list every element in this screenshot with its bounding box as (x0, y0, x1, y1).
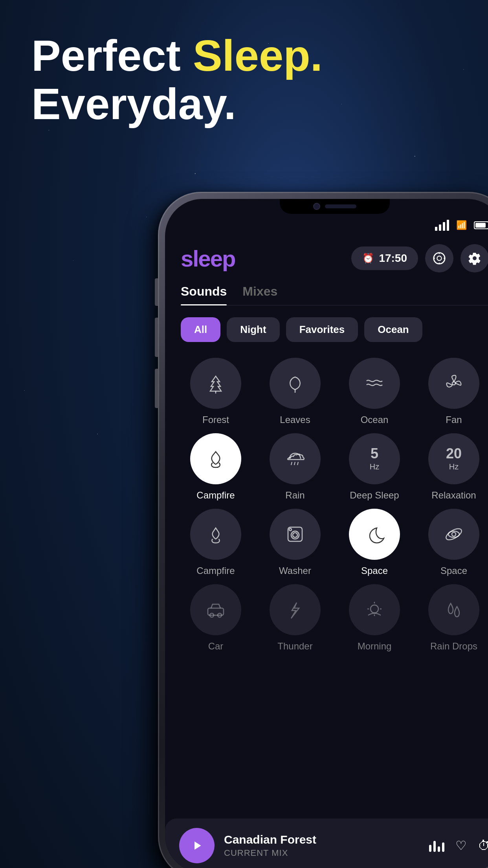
sound-relaxation[interactable]: 20 Hz Relaxation (419, 433, 488, 501)
sound-deep-sleep-label: Deep Sleep (350, 490, 399, 501)
timer-pill[interactable]: ⏰ 17:50 (351, 246, 418, 270)
sound-rain-label: Rain (285, 490, 305, 501)
play-icon (190, 839, 204, 853)
sound-deep-sleep[interactable]: 5 Hz Deep Sleep (339, 433, 409, 501)
svg-line-7 (297, 462, 298, 465)
signal-bar-4 (447, 220, 449, 231)
status-bar: 📶 (181, 217, 488, 234)
alarm-icon: ⏰ (362, 253, 374, 264)
sound-rain-circle (270, 433, 321, 484)
sound-ocean-circle (349, 358, 400, 409)
sound-campfire-active-label: Campfire (196, 490, 235, 501)
filter-ocean[interactable]: Ocean (364, 317, 422, 342)
sound-campfire2[interactable]: Campfire (181, 509, 251, 576)
app-content: sleep ⏰ 17:50 (165, 236, 488, 868)
sound-car[interactable]: Car (181, 584, 251, 652)
sound-night-label: Space (361, 565, 388, 576)
notch-camera (313, 203, 320, 210)
sound-washer-circle (270, 509, 321, 560)
equalizer-icon[interactable] (429, 839, 444, 852)
svg-line-6 (294, 462, 295, 465)
sound-washer[interactable]: Washer (260, 509, 330, 576)
svg-point-14 (452, 532, 456, 536)
sound-grid-row4-peek: Car Thunder (181, 584, 488, 652)
sound-campfire2-label: Campfire (196, 565, 235, 576)
sound-night-active[interactable]: Space (339, 509, 409, 576)
play-button[interactable] (179, 828, 215, 863)
sound-car-label: Car (208, 641, 224, 652)
sound-grid-row1: Forest Leaves (181, 358, 488, 425)
sound-rain[interactable]: Rain (260, 433, 330, 501)
sound-leaves-label: Leaves (280, 414, 310, 425)
tab-bar: Sounds Mixes (181, 284, 488, 305)
signal-bar-1 (435, 227, 437, 231)
sound-grid-row3: Campfire Washer (181, 509, 488, 576)
sound-space[interactable]: Space (419, 509, 488, 576)
sound-washer-label: Washer (279, 565, 311, 576)
sound-morning-circle (349, 584, 400, 635)
sound-forest-label: Forest (202, 414, 229, 425)
headline-line2: Everyday. (31, 79, 236, 129)
filter-all[interactable]: All (181, 317, 220, 342)
sound-thunder-circle (270, 584, 321, 635)
filter-favorites[interactable]: Favorites (286, 317, 358, 342)
side-button-mute (155, 278, 158, 306)
signal-bar-2 (439, 224, 441, 231)
sound-forest[interactable]: Forest (181, 358, 251, 425)
sound-fan[interactable]: Fan (419, 358, 488, 425)
battery-fill (475, 223, 486, 228)
tab-mixes[interactable]: Mixes (242, 284, 277, 305)
svg-point-18 (371, 605, 378, 613)
headline-yellow: Sleep. (193, 31, 323, 80)
app-logo: sleep (181, 245, 235, 272)
sound-morning-label: Morning (358, 641, 392, 652)
wifi-icon: 📶 (456, 220, 467, 230)
headline-text: Perfect Sleep. Everyday. (31, 31, 323, 128)
sound-raindrops[interactable]: Rain Drops (419, 584, 488, 652)
phone-screen: 📶 sleep ⏰ 17:50 (165, 199, 488, 868)
heart-icon[interactable]: ♡ (455, 838, 467, 853)
eq-bar-4 (442, 842, 444, 852)
cast-button[interactable] (425, 244, 453, 272)
sound-leaves[interactable]: Leaves (260, 358, 330, 425)
phone-frame: 📶 sleep ⏰ 17:50 (158, 192, 488, 868)
notch-speaker (325, 204, 356, 208)
sound-leaves-circle (270, 358, 321, 409)
now-playing-bar[interactable]: Canadian Forest CURRENT MIX ♡ ⏱ (165, 818, 488, 868)
header-controls: ⏰ 17:50 (351, 244, 488, 272)
signal-bar-3 (443, 222, 445, 231)
side-button-vol-up (155, 318, 158, 357)
sound-car-circle (190, 584, 241, 635)
timer-icon[interactable]: ⏱ (478, 839, 488, 853)
sound-campfire-circle-active (190, 433, 241, 484)
sound-ocean-label: Ocean (361, 414, 389, 425)
eq-bar-2 (433, 841, 436, 852)
sound-grid-row2: Campfire Rain (181, 433, 488, 501)
sound-ocean[interactable]: Ocean (339, 358, 409, 425)
svg-point-0 (434, 253, 445, 264)
sound-deep-sleep-circle: 5 Hz (349, 433, 400, 484)
svg-point-13 (444, 526, 463, 542)
side-button-vol-down (155, 369, 158, 408)
sound-night-circle-active (349, 509, 400, 560)
now-playing-controls: ♡ ⏱ (429, 838, 488, 853)
filter-night[interactable]: Night (227, 317, 279, 342)
sound-fan-label: Fan (446, 414, 462, 425)
notch (280, 199, 390, 214)
eq-bar-3 (438, 846, 440, 852)
sound-relaxation-label: Relaxation (431, 490, 476, 501)
phone-device: 📶 sleep ⏰ 17:50 (158, 192, 488, 868)
svg-point-11 (289, 528, 292, 531)
sound-thunder[interactable]: Thunder (260, 584, 330, 652)
settings-button[interactable] (460, 244, 488, 272)
track-info: Canadian Forest CURRENT MIX (224, 833, 420, 858)
sound-campfire-active[interactable]: Campfire (181, 433, 251, 501)
sound-raindrops-circle (428, 584, 479, 635)
track-subtitle: CURRENT MIX (224, 848, 420, 858)
sound-morning[interactable]: Morning (339, 584, 409, 652)
app-header: sleep ⏰ 17:50 (181, 244, 488, 272)
sound-campfire2-circle (190, 509, 241, 560)
svg-line-5 (291, 462, 292, 465)
sound-relaxation-circle: 20 Hz (428, 433, 479, 484)
tab-sounds[interactable]: Sounds (181, 284, 227, 305)
